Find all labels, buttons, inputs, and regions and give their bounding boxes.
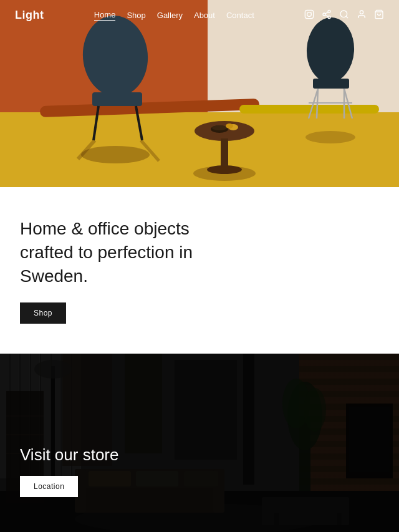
- svg-point-1: [307, 12, 312, 17]
- nav-links: Home Shop Gallery About Contact: [94, 10, 254, 21]
- svg-point-16: [81, 146, 150, 163]
- svg-rect-13: [92, 92, 142, 106]
- nav-about[interactable]: About: [194, 11, 215, 20]
- cart-icon[interactable]: [374, 9, 384, 21]
- store-content: Visit our store Location: [20, 445, 118, 497]
- svg-point-32: [193, 166, 256, 181]
- nav-shop[interactable]: Shop: [127, 11, 145, 20]
- svg-line-9: [346, 16, 348, 18]
- svg-line-15: [136, 106, 142, 140]
- svg-point-2: [311, 12, 312, 12]
- svg-point-4: [323, 13, 325, 16]
- nav-gallery[interactable]: Gallery: [157, 11, 183, 20]
- svg-point-5: [328, 16, 330, 19]
- svg-point-31: [226, 123, 233, 128]
- search-icon[interactable]: [339, 9, 349, 21]
- store-background: Visit our store Location: [0, 354, 399, 532]
- user-icon[interactable]: [357, 9, 367, 21]
- svg-point-8: [340, 11, 347, 17]
- share-icon[interactable]: [322, 9, 332, 21]
- store-overlay: [0, 354, 399, 532]
- svg-line-14: [94, 106, 99, 140]
- logo[interactable]: Light: [15, 9, 44, 22]
- svg-point-10: [360, 11, 363, 14]
- location-button[interactable]: Location: [20, 476, 78, 497]
- shop-button[interactable]: Shop: [20, 302, 66, 324]
- svg-point-3: [328, 10, 330, 12]
- svg-point-24: [305, 131, 355, 143]
- navbar-icons: [304, 9, 384, 21]
- svg-point-29: [212, 125, 227, 130]
- store-section: Visit our store Location: [0, 354, 399, 532]
- svg-rect-26: [221, 138, 228, 170]
- svg-line-6: [325, 15, 329, 17]
- nav-contact[interactable]: Contact: [226, 11, 254, 20]
- navbar: Light Home Shop Gallery About Contact: [0, 0, 399, 31]
- nav-home[interactable]: Home: [94, 10, 116, 21]
- svg-rect-18: [313, 79, 349, 89]
- svg-line-7: [325, 12, 329, 14]
- text-section: Home & office objects crafted to perfect…: [0, 187, 399, 354]
- store-title: Visit our store: [20, 445, 118, 465]
- instagram-icon[interactable]: [304, 9, 314, 21]
- svg-rect-0: [305, 10, 313, 18]
- headline: Home & office objects crafted to perfect…: [20, 217, 232, 288]
